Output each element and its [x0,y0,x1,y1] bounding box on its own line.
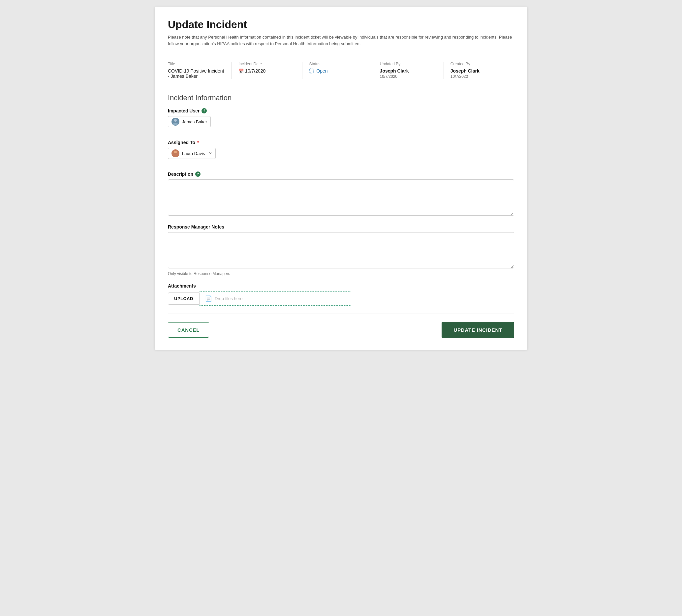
meta-status: Status Open [309,62,373,79]
title-value: COVID-19 Positive Incident - James Baker [168,68,225,79]
created-by-label: Created By [451,62,507,66]
updated-by-name: Joseph Clark [380,68,437,73]
meta-incident-date: Incident Date 📅 10/7/2020 [238,62,302,79]
drop-placeholder-text: Drop files here [215,296,243,301]
svg-point-0 [174,119,177,122]
created-by-date: 10/7/2020 [451,74,507,79]
status-value: Open [309,68,366,73]
impacted-user-field: Impacted User ? James Baker [168,108,514,133]
assigned-to-chip: Laura Davis ✕ [168,148,216,159]
description-help-icon[interactable]: ? [195,172,201,177]
meta-row: Title COVID-19 Positive Incident - James… [168,62,514,79]
remove-assigned-to-button[interactable]: ✕ [209,151,212,156]
svg-point-1 [173,123,178,125]
update-incident-button[interactable]: UPDATE INCIDENT [441,322,514,338]
drop-zone[interactable]: 📄 Drop files here [200,291,351,306]
required-star: * [197,140,199,145]
svg-point-2 [174,151,177,153]
attachments-label: Attachments [168,283,514,289]
assigned-to-name: Laura Davis [182,151,205,156]
hipaa-notice: Please note that any Personal Health Inf… [168,34,514,47]
calendar-icon: 📅 [238,69,244,73]
impacted-user-name: James Baker [182,119,207,124]
updated-by-label: Updated By [380,62,437,66]
description-field: Description ? [168,172,514,217]
attachments-field: Attachments UPLOAD 📄 Drop files here [168,283,514,306]
incident-info-heading: Incident Information [168,94,514,102]
description-textarea[interactable] [168,179,514,216]
update-incident-modal: Update Incident Please note that any Per… [155,6,527,350]
meta-title: Title COVID-19 Positive Incident - James… [168,62,232,79]
impacted-user-help-icon[interactable]: ? [202,108,207,113]
response-notes-field: Response Manager Notes Only visible to R… [168,224,514,276]
response-notes-textarea[interactable] [168,232,514,269]
svg-point-3 [173,154,178,157]
response-notes-label: Response Manager Notes [168,224,514,229]
response-notes-hint: Only visible to Response Managers [168,271,514,276]
updated-by-date: 10/7/2020 [380,74,437,79]
impacted-user-label: Impacted User ? [168,108,514,113]
assigned-to-label: Assigned To * [168,140,514,145]
status-text: Open [316,68,327,73]
incident-date-label: Incident Date [238,62,295,66]
meta-divider [168,87,514,87]
description-label: Description ? [168,172,514,177]
header-divider [168,55,514,55]
cancel-button[interactable]: CANCEL [168,322,209,338]
attachments-area: UPLOAD 📄 Drop files here [168,291,514,306]
impacted-user-chip: James Baker [168,116,211,127]
meta-created-by: Created By Joseph Clark 10/7/2020 [451,62,514,79]
assigned-to-avatar [172,150,179,157]
assigned-to-field: Assigned To * Laura Davis ✕ [168,140,514,164]
date-text: 10/7/2020 [245,68,266,73]
upload-button[interactable]: UPLOAD [168,293,200,305]
status-label: Status [309,62,366,66]
title-label: Title [168,62,225,66]
impacted-user-avatar [172,118,179,126]
footer-divider [168,314,514,314]
footer-actions: CANCEL UPDATE INCIDENT [168,322,514,338]
page-title: Update Incident [168,19,514,31]
incident-date-value: 📅 10/7/2020 [238,68,295,73]
meta-updated-by: Updated By Joseph Clark 10/7/2020 [380,62,444,79]
created-by-name: Joseph Clark [451,68,507,73]
drop-icon: 📄 [205,295,212,302]
status-spinner-icon [309,68,314,73]
